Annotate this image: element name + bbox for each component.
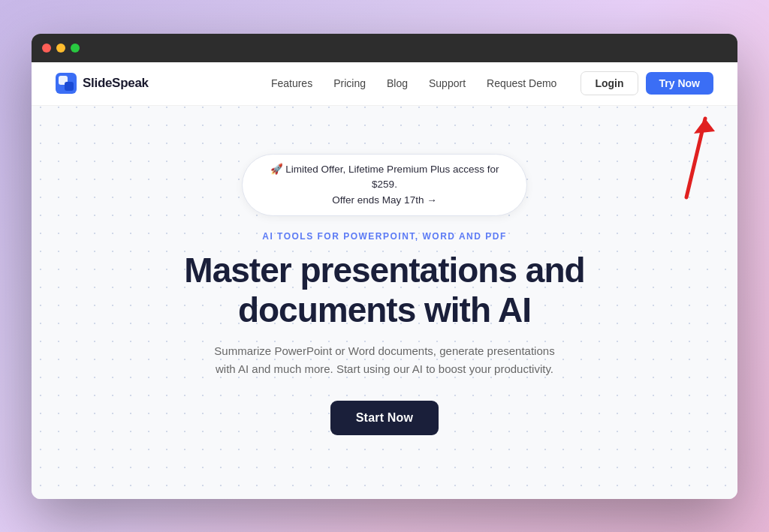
browser-window: SlideSpeak Features Pricing Blog Support…: [32, 34, 737, 499]
nav-links: Features Pricing Blog Support Request De…: [271, 77, 557, 89]
try-now-button[interactable]: Try Now: [646, 72, 713, 95]
logo-text: SlideSpeak: [83, 76, 149, 91]
nav-actions: Login Try Now: [581, 71, 713, 95]
svg-marker-4: [694, 119, 715, 134]
nav-link-request-demo[interactable]: Request Demo: [487, 77, 556, 89]
maximize-button[interactable]: [71, 44, 80, 53]
browser-content: SlideSpeak Features Pricing Blog Support…: [32, 62, 737, 499]
nav-link-blog[interactable]: Blog: [387, 77, 408, 89]
logo-area: SlideSpeak: [56, 73, 149, 94]
svg-line-3: [686, 119, 705, 197]
nav-link-pricing[interactable]: Pricing: [333, 77, 366, 89]
logo-icon: [56, 73, 77, 94]
browser-titlebar: [32, 34, 737, 62]
offer-banner[interactable]: 🚀 Limited Offer, Lifetime Premium Plus a…: [242, 154, 527, 216]
nav-link-features[interactable]: Features: [271, 77, 312, 89]
arrow-annotation: [626, 100, 724, 208]
nav-link-support[interactable]: Support: [429, 77, 466, 89]
offer-text-line1: 🚀 Limited Offer, Lifetime Premium Plus a…: [270, 164, 499, 190]
close-button[interactable]: [42, 44, 51, 53]
traffic-lights: [42, 44, 80, 53]
login-button[interactable]: Login: [581, 71, 638, 95]
start-now-button[interactable]: Start Now: [330, 401, 439, 435]
svg-rect-2: [65, 82, 74, 91]
main-content: 🚀 Limited Offer, Lifetime Premium Plus a…: [32, 106, 737, 499]
navbar: SlideSpeak Features Pricing Blog Support…: [32, 62, 737, 106]
hero-description: Summarize PowerPoint or Word documents, …: [212, 342, 557, 378]
subtitle-label: AI TOOLS FOR POWERPOINT, WORD AND PDF: [262, 231, 507, 242]
hero-title: Master presentations and documents with …: [167, 251, 602, 330]
minimize-button[interactable]: [56, 44, 65, 53]
offer-text-line2: Offer ends May 17th →: [332, 194, 436, 206]
